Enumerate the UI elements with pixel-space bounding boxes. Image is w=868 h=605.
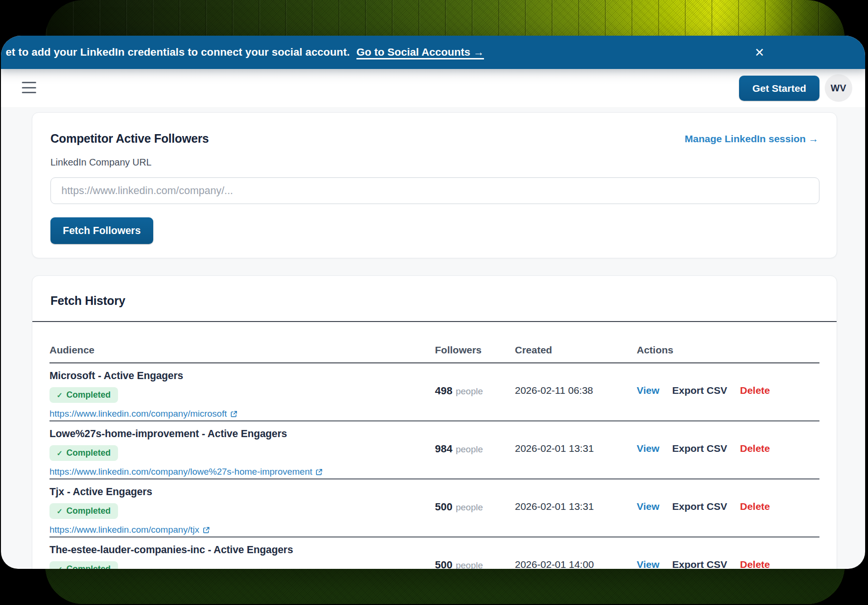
check-icon: ✓ [57, 507, 63, 516]
followers-unit: people [456, 560, 483, 569]
avatar[interactable]: WV [825, 74, 852, 102]
view-action[interactable]: View [637, 501, 659, 512]
table-row: Microsoft - Active Engagers ✓ Completed … [49, 363, 819, 421]
export-csv-action[interactable]: Export CSV [672, 559, 727, 569]
check-icon: ✓ [57, 449, 63, 458]
banner-message: et to add your LinkedIn credentials to c… [6, 46, 350, 59]
followers-cell: 498people [435, 370, 515, 397]
table-header-row: Audience Followers Created Actions [49, 322, 819, 363]
export-csv-action[interactable]: Export CSV [672, 501, 727, 512]
actions-cell: View Export CSV Delete [637, 428, 819, 454]
banner-close-icon[interactable]: ✕ [751, 44, 768, 61]
delete-action[interactable]: Delete [740, 385, 770, 396]
audience-name: Microsoft - Active Engagers [49, 370, 435, 382]
table-row: Tjx - Active Engagers ✓ Completed https:… [49, 479, 819, 537]
audience-name: Tjx - Active Engagers [49, 486, 435, 498]
external-link-icon [316, 468, 323, 476]
app-header: Get Started WV [1, 69, 865, 107]
table-row: Lowe%27s-home-improvement - Active Engag… [49, 421, 819, 479]
view-action[interactable]: View [637, 385, 659, 396]
actions-cell: View Export CSV Delete [637, 370, 819, 396]
fetch-history-card: Fetch History Audience Followers Created… [32, 275, 837, 569]
followers-unit: people [456, 444, 483, 454]
card-title-fetch-history: Fetch History [32, 276, 837, 308]
actions-cell: View Export CSV Delete [637, 544, 819, 569]
column-header-followers: Followers [435, 344, 515, 356]
company-url-text: https://www.linkedin.com/company/lowe%27… [49, 467, 312, 477]
status-badge-label: Completed [67, 390, 111, 400]
table-row: The-estee-lauder-companies-inc - Active … [49, 537, 819, 569]
column-header-created: Created [515, 344, 637, 356]
company-url-text: https://www.linkedin.com/company/tjx [49, 525, 199, 535]
followers-cell: 500people [435, 544, 515, 569]
audience-cell: Lowe%27s-home-improvement - Active Engag… [49, 428, 435, 477]
status-badge: ✓ Completed [49, 387, 118, 403]
followers-count: 500 [435, 559, 453, 569]
followers-cell: 984people [435, 428, 515, 455]
notification-banner: et to add your LinkedIn credentials to c… [1, 36, 865, 69]
audience-cell: The-estee-lauder-companies-inc - Active … [49, 544, 435, 569]
check-icon: ✓ [57, 391, 63, 400]
company-url-link[interactable]: https://www.linkedin.com/company/lowe%27… [49, 467, 323, 477]
go-to-social-accounts-link[interactable]: Go to Social Accounts → [356, 46, 484, 59]
history-rows: Microsoft - Active Engagers ✓ Completed … [49, 363, 819, 569]
actions-cell: View Export CSV Delete [637, 486, 819, 512]
company-url-text: https://www.linkedin.com/company/microso… [49, 409, 227, 419]
status-badge: ✓ Completed [49, 445, 118, 461]
delete-action[interactable]: Delete [740, 559, 770, 569]
status-badge-label: Completed [67, 448, 111, 458]
delete-action[interactable]: Delete [740, 443, 770, 454]
followers-count: 500 [435, 501, 453, 513]
export-csv-action[interactable]: Export CSV [672, 443, 727, 454]
audience-cell: Tjx - Active Engagers ✓ Completed https:… [49, 486, 435, 535]
delete-action[interactable]: Delete [740, 501, 770, 512]
view-action[interactable]: View [637, 559, 659, 569]
audience-name: The-estee-lauder-companies-inc - Active … [49, 544, 435, 556]
export-csv-action[interactable]: Export CSV [672, 385, 727, 396]
audience-name: Lowe%27s-home-improvement - Active Engag… [49, 428, 435, 440]
followers-cell: 500people [435, 486, 515, 513]
view-action[interactable]: View [637, 443, 659, 454]
followers-unit: people [456, 502, 483, 512]
status-badge: ✓ Completed [49, 561, 118, 569]
status-badge-label: Completed [67, 564, 111, 569]
company-url-link[interactable]: https://www.linkedin.com/company/tjx [49, 525, 210, 535]
manage-linkedin-session-link[interactable]: Manage LinkedIn session → [685, 133, 819, 145]
linkedin-company-url-label: LinkedIn Company URL [32, 146, 837, 168]
app-window: et to add your LinkedIn credentials to c… [1, 36, 865, 569]
external-link-icon [203, 527, 210, 534]
followers-count: 984 [435, 443, 453, 455]
company-url-link[interactable]: https://www.linkedin.com/company/microso… [49, 409, 237, 419]
created-cell: 2026-02-01 13:31 [515, 428, 637, 454]
linkedin-company-url-input[interactable] [50, 177, 819, 204]
get-started-button[interactable]: Get Started [739, 76, 819, 101]
column-header-audience: Audience [49, 344, 435, 356]
fetch-history-table: Audience Followers Created Actions Micro… [32, 322, 837, 569]
hamburger-menu-icon[interactable] [22, 82, 36, 93]
created-cell: 2026-02-01 14:00 [515, 544, 637, 569]
status-badge: ✓ Completed [49, 503, 118, 519]
status-badge-label: Completed [67, 506, 111, 516]
external-link-icon [230, 410, 237, 418]
competitor-followers-card: Competitor Active Followers Manage Linke… [32, 112, 837, 258]
check-icon: ✓ [57, 565, 63, 569]
audience-cell: Microsoft - Active Engagers ✓ Completed … [49, 370, 435, 419]
followers-unit: people [456, 386, 483, 396]
card-title-competitor-active-followers: Competitor Active Followers [50, 132, 209, 146]
column-header-actions: Actions [637, 344, 819, 356]
followers-count: 498 [435, 385, 453, 397]
created-cell: 2026-02-11 06:38 [515, 370, 637, 396]
created-cell: 2026-02-01 13:31 [515, 486, 637, 512]
fetch-followers-button[interactable]: Fetch Followers [50, 217, 153, 244]
